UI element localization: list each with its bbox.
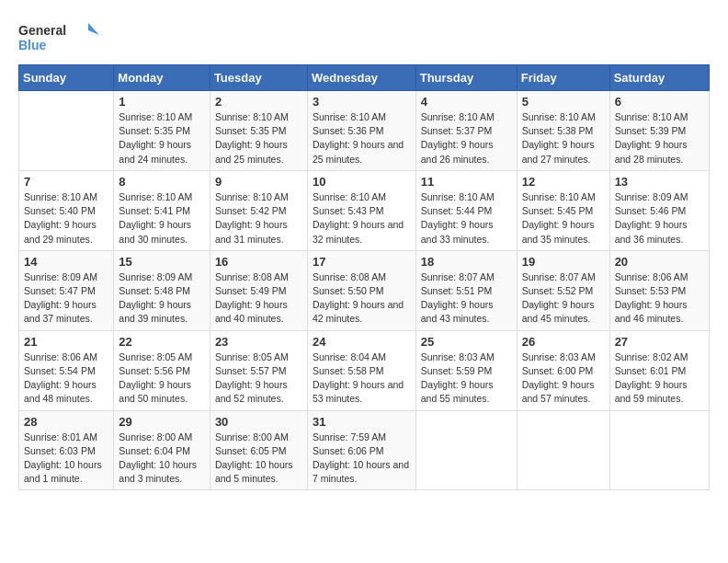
- calendar-cell: 31Sunrise: 7:59 AMSunset: 6:06 PMDayligh…: [307, 410, 415, 490]
- day-number: 3: [313, 95, 411, 109]
- day-info: Sunrise: 8:10 AMSunset: 5:35 PMDaylight:…: [119, 110, 205, 167]
- calendar-cell: 18Sunrise: 8:07 AMSunset: 5:51 PMDayligh…: [415, 250, 517, 330]
- day-header-tuesday: Tuesday: [210, 65, 307, 91]
- day-header-sunday: Sunday: [19, 65, 114, 91]
- day-number: 5: [522, 95, 605, 109]
- calendar-cell: [517, 410, 609, 490]
- day-info: Sunrise: 8:07 AMSunset: 5:52 PMDaylight:…: [522, 270, 605, 327]
- calendar-cell: 2Sunrise: 8:10 AMSunset: 5:35 PMDaylight…: [210, 91, 307, 171]
- day-number: 30: [215, 415, 302, 429]
- calendar-week-2: 7Sunrise: 8:10 AMSunset: 5:40 PMDaylight…: [19, 170, 710, 250]
- day-number: 14: [24, 255, 108, 269]
- day-number: 2: [215, 95, 302, 109]
- day-number: 25: [421, 335, 512, 349]
- day-header-thursday: Thursday: [415, 65, 517, 91]
- day-number: 19: [522, 255, 605, 269]
- day-info: Sunrise: 8:10 AMSunset: 5:35 PMDaylight:…: [215, 110, 302, 167]
- day-number: 22: [119, 335, 205, 349]
- calendar-cell: 14Sunrise: 8:09 AMSunset: 5:47 PMDayligh…: [19, 250, 114, 330]
- calendar-cell: 17Sunrise: 8:08 AMSunset: 5:50 PMDayligh…: [307, 250, 415, 330]
- day-info: Sunrise: 8:00 AMSunset: 6:04 PMDaylight:…: [119, 431, 205, 487]
- calendar-cell: [415, 410, 517, 490]
- day-number: 28: [24, 415, 108, 429]
- day-info: Sunrise: 8:07 AMSunset: 5:51 PMDaylight:…: [421, 270, 512, 327]
- day-info: Sunrise: 8:06 AMSunset: 5:53 PMDaylight:…: [615, 270, 704, 327]
- day-info: Sunrise: 8:10 AMSunset: 5:43 PMDaylight:…: [313, 190, 411, 247]
- day-info: Sunrise: 8:10 AMSunset: 5:44 PMDaylight:…: [421, 190, 512, 247]
- day-info: Sunrise: 8:10 AMSunset: 5:45 PMDaylight:…: [522, 190, 605, 247]
- calendar-cell: 26Sunrise: 8:03 AMSunset: 6:00 PMDayligh…: [517, 330, 609, 410]
- day-number: 1: [119, 95, 205, 109]
- logo: General Blue: [18, 18, 101, 55]
- calendar-cell: 27Sunrise: 8:02 AMSunset: 6:01 PMDayligh…: [609, 330, 709, 410]
- day-info: Sunrise: 8:08 AMSunset: 5:50 PMDaylight:…: [313, 270, 411, 327]
- day-info: Sunrise: 8:03 AMSunset: 6:00 PMDaylight:…: [522, 350, 605, 407]
- calendar-cell: 28Sunrise: 8:01 AMSunset: 6:03 PMDayligh…: [19, 410, 114, 490]
- svg-text:General: General: [18, 23, 66, 38]
- calendar-cell: [19, 91, 114, 171]
- calendar-week-1: 1Sunrise: 8:10 AMSunset: 5:35 PMDaylight…: [19, 91, 710, 171]
- calendar-cell: 1Sunrise: 8:10 AMSunset: 5:35 PMDaylight…: [114, 91, 210, 171]
- day-info: Sunrise: 8:05 AMSunset: 5:56 PMDaylight:…: [119, 350, 205, 407]
- calendar-cell: 4Sunrise: 8:10 AMSunset: 5:37 PMDaylight…: [415, 91, 517, 171]
- day-info: Sunrise: 8:10 AMSunset: 5:38 PMDaylight:…: [522, 110, 605, 167]
- calendar-cell: 15Sunrise: 8:09 AMSunset: 5:48 PMDayligh…: [114, 250, 210, 330]
- calendar-cell: 21Sunrise: 8:06 AMSunset: 5:54 PMDayligh…: [19, 330, 114, 410]
- day-info: Sunrise: 8:09 AMSunset: 5:46 PMDaylight:…: [615, 190, 704, 247]
- day-info: Sunrise: 8:08 AMSunset: 5:49 PMDaylight:…: [215, 270, 302, 327]
- day-number: 10: [313, 175, 411, 189]
- calendar-cell: 22Sunrise: 8:05 AMSunset: 5:56 PMDayligh…: [114, 330, 210, 410]
- day-info: Sunrise: 8:09 AMSunset: 5:47 PMDaylight:…: [24, 270, 108, 327]
- day-number: 31: [313, 415, 411, 429]
- day-info: Sunrise: 8:06 AMSunset: 5:54 PMDaylight:…: [24, 350, 108, 407]
- day-header-monday: Monday: [114, 65, 210, 91]
- day-info: Sunrise: 8:02 AMSunset: 6:01 PMDaylight:…: [615, 350, 704, 407]
- day-number: 11: [421, 175, 512, 189]
- calendar-week-3: 14Sunrise: 8:09 AMSunset: 5:47 PMDayligh…: [19, 250, 710, 330]
- day-info: Sunrise: 8:04 AMSunset: 5:58 PMDaylight:…: [313, 350, 411, 407]
- svg-text:Blue: Blue: [18, 38, 47, 52]
- day-info: Sunrise: 7:59 AMSunset: 6:06 PMDaylight:…: [313, 431, 411, 487]
- day-info: Sunrise: 8:09 AMSunset: 5:48 PMDaylight:…: [119, 270, 205, 327]
- calendar-header-row: SundayMondayTuesdayWednesdayThursdayFrid…: [19, 65, 710, 91]
- calendar-cell: 3Sunrise: 8:10 AMSunset: 5:36 PMDaylight…: [307, 91, 415, 171]
- calendar-cell: 11Sunrise: 8:10 AMSunset: 5:44 PMDayligh…: [415, 170, 517, 250]
- day-number: 12: [522, 175, 605, 189]
- calendar-cell: 19Sunrise: 8:07 AMSunset: 5:52 PMDayligh…: [517, 250, 609, 330]
- day-info: Sunrise: 8:03 AMSunset: 5:59 PMDaylight:…: [421, 350, 512, 407]
- calendar-cell: [609, 410, 709, 490]
- day-info: Sunrise: 8:10 AMSunset: 5:40 PMDaylight:…: [24, 190, 108, 247]
- calendar-cell: 25Sunrise: 8:03 AMSunset: 5:59 PMDayligh…: [415, 330, 517, 410]
- day-number: 8: [119, 175, 205, 189]
- day-info: Sunrise: 8:00 AMSunset: 6:05 PMDaylight:…: [215, 431, 302, 487]
- day-info: Sunrise: 8:10 AMSunset: 5:42 PMDaylight:…: [215, 190, 302, 247]
- calendar-cell: 8Sunrise: 8:10 AMSunset: 5:41 PMDaylight…: [114, 170, 210, 250]
- calendar-cell: 12Sunrise: 8:10 AMSunset: 5:45 PMDayligh…: [517, 170, 609, 250]
- calendar-cell: 5Sunrise: 8:10 AMSunset: 5:38 PMDaylight…: [517, 91, 609, 171]
- day-info: Sunrise: 8:10 AMSunset: 5:37 PMDaylight:…: [421, 110, 512, 167]
- calendar-week-4: 21Sunrise: 8:06 AMSunset: 5:54 PMDayligh…: [19, 330, 710, 410]
- day-header-wednesday: Wednesday: [307, 65, 415, 91]
- calendar-cell: 23Sunrise: 8:05 AMSunset: 5:57 PMDayligh…: [210, 330, 307, 410]
- day-number: 27: [615, 335, 704, 349]
- calendar-cell: 29Sunrise: 8:00 AMSunset: 6:04 PMDayligh…: [114, 410, 210, 490]
- day-number: 15: [119, 255, 205, 269]
- calendar-cell: 20Sunrise: 8:06 AMSunset: 5:53 PMDayligh…: [609, 250, 709, 330]
- day-number: 20: [615, 255, 704, 269]
- day-header-friday: Friday: [517, 65, 609, 91]
- day-number: 23: [215, 335, 302, 349]
- day-number: 4: [421, 95, 512, 109]
- day-number: 18: [421, 255, 512, 269]
- calendar-cell: 9Sunrise: 8:10 AMSunset: 5:42 PMDaylight…: [210, 170, 307, 250]
- day-number: 9: [215, 175, 302, 189]
- calendar-table: SundayMondayTuesdayWednesdayThursdayFrid…: [18, 64, 710, 490]
- day-number: 6: [615, 95, 704, 109]
- calendar-cell: 10Sunrise: 8:10 AMSunset: 5:43 PMDayligh…: [307, 170, 415, 250]
- day-number: 24: [313, 335, 411, 349]
- day-number: 17: [313, 255, 411, 269]
- calendar-cell: 7Sunrise: 8:10 AMSunset: 5:40 PMDaylight…: [19, 170, 114, 250]
- day-number: 13: [615, 175, 704, 189]
- calendar-cell: 6Sunrise: 8:10 AMSunset: 5:39 PMDaylight…: [609, 91, 709, 171]
- day-info: Sunrise: 8:05 AMSunset: 5:57 PMDaylight:…: [215, 350, 302, 407]
- calendar-cell: 13Sunrise: 8:09 AMSunset: 5:46 PMDayligh…: [609, 170, 709, 250]
